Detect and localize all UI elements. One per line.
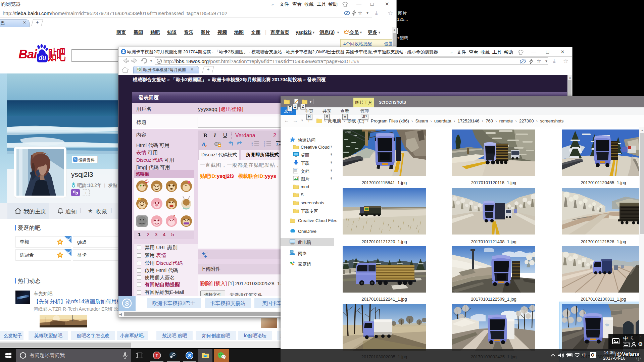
svg-text:T: T [156, 353, 158, 358]
svg-text:11: 11 [59, 241, 62, 244]
svg-text:S: S [188, 353, 191, 358]
svg-text:2: 2 [251, 144, 253, 147]
svg-text:S: S [125, 300, 129, 307]
svg-text:?: ? [173, 214, 175, 218]
svg-text:10: 10 [59, 254, 62, 257]
svg-text:x: x [205, 144, 207, 148]
